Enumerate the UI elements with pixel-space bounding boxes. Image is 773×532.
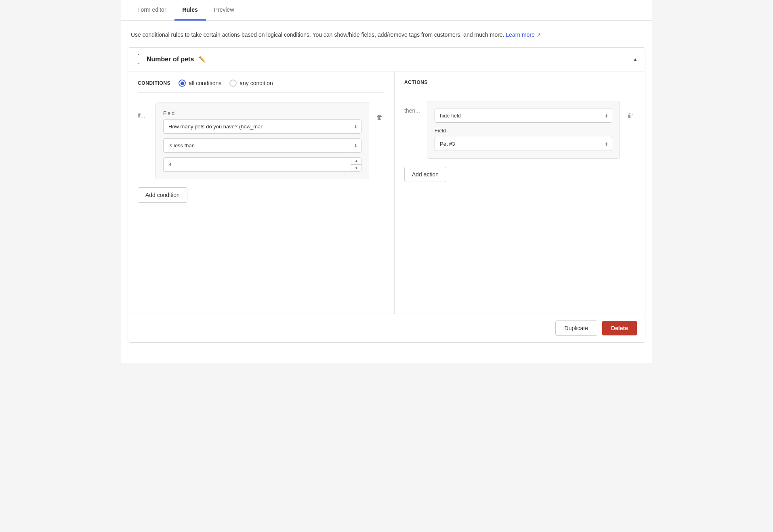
tabs-bar: Form editor Rules Preview xyxy=(121,0,652,21)
rule-arrows: ⌃ ⌄ xyxy=(135,53,142,65)
action-type-select-wrapper: hide field show field add tag remove tag xyxy=(435,109,612,123)
number-value-input[interactable] xyxy=(163,157,361,172)
radio-any-circle xyxy=(229,80,237,87)
action-box: hide field show field add tag remove tag… xyxy=(427,101,620,159)
operator-select-wrapper: is less than is greater than is equal to… xyxy=(163,138,361,153)
then-label: then... xyxy=(404,107,421,114)
radio-all-circle xyxy=(179,80,186,87)
action-type-select[interactable]: hide field show field add tag remove tag xyxy=(435,109,612,123)
field-select-wrapper: How many pets do you have? (how_mar Pet … xyxy=(163,119,361,134)
conditions-label: CONDITIONS xyxy=(138,80,170,86)
actions-panel: ACTIONS then... hide field show field ad… xyxy=(395,71,645,314)
rule-card: ⌃ ⌄ Number of pets ✏️ ▲ CONDITIONS all c… xyxy=(128,47,645,343)
rule-footer: Duplicate Delete xyxy=(128,314,645,342)
action-field-select-wrapper: Pet #3 Pet #1 Pet #2 Pet #4 xyxy=(435,137,612,151)
field-select[interactable]: How many pets do you have? (how_mar Pet … xyxy=(163,119,361,134)
condition-type-group: all conditions any condition xyxy=(179,80,273,87)
conditions-header: CONDITIONS all conditions any condition xyxy=(138,80,384,93)
rule-title: Number of pets xyxy=(147,56,194,63)
tab-form-editor[interactable]: Form editor xyxy=(129,0,174,21)
collapse-icon[interactable]: ▲ xyxy=(633,57,638,62)
spinner-down-button[interactable]: ▼ xyxy=(351,165,361,172)
rule-header: ⌃ ⌄ Number of pets ✏️ ▲ xyxy=(128,48,645,71)
if-section: if... Field How many pets do you have? (… xyxy=(138,103,384,179)
move-down-button[interactable]: ⌄ xyxy=(135,60,142,65)
spinner-buttons: ▲ ▼ xyxy=(351,157,361,172)
operator-select[interactable]: is less than is greater than is equal to… xyxy=(163,138,361,153)
condition-field-label: Field xyxy=(163,110,361,116)
condition-box: Field How many pets do you have? (how_ma… xyxy=(155,103,369,179)
add-condition-button[interactable]: Add condition xyxy=(138,187,187,203)
spinner-up-button[interactable]: ▲ xyxy=(351,157,361,165)
move-up-button[interactable]: ⌃ xyxy=(135,53,142,59)
duplicate-button[interactable]: Duplicate xyxy=(555,320,597,336)
number-input-wrapper: ▲ ▼ xyxy=(163,157,361,172)
edit-icon[interactable]: ✏️ xyxy=(199,56,206,63)
rule-body: CONDITIONS all conditions any condition xyxy=(128,71,645,314)
delete-condition-button[interactable]: 🗑 xyxy=(375,112,384,123)
learn-more-link[interactable]: Learn more ↗ xyxy=(506,31,541,38)
radio-any-condition[interactable]: any condition xyxy=(229,80,273,87)
actions-label: ACTIONS xyxy=(404,80,428,85)
conditions-panel: CONDITIONS all conditions any condition xyxy=(128,71,395,314)
if-label: if... xyxy=(138,112,150,119)
delete-rule-button[interactable]: Delete xyxy=(602,321,637,335)
actions-header: ACTIONS xyxy=(404,80,635,91)
tab-rules[interactable]: Rules xyxy=(174,0,206,21)
then-section: then... hide field show field add tag re… xyxy=(404,101,635,159)
add-action-button[interactable]: Add action xyxy=(404,167,446,182)
tab-preview[interactable]: Preview xyxy=(206,0,242,21)
action-field-select[interactable]: Pet #3 Pet #1 Pet #2 Pet #4 xyxy=(435,137,612,151)
delete-action-button[interactable]: 🗑 xyxy=(626,111,635,121)
radio-all-conditions[interactable]: all conditions xyxy=(179,80,221,87)
description-text: Use conditional rules to take certain ac… xyxy=(121,21,652,47)
action-field-label: Field xyxy=(435,128,612,134)
